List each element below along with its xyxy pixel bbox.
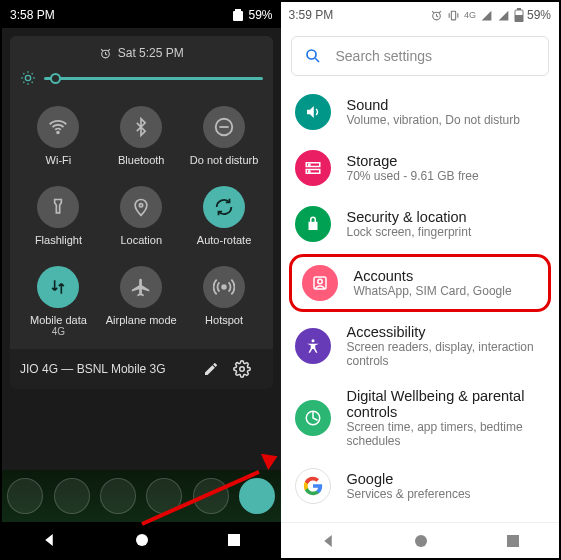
svg-rect-15 [515,15,523,22]
tile-bluetooth[interactable]: Bluetooth [103,100,180,174]
nav-bar [2,522,281,558]
tile-flashlight[interactable]: Flashlight [20,180,97,254]
tile-hotspot[interactable]: Hotspot [186,260,263,345]
dock-bubble [239,478,275,514]
tile-dnd[interactable]: Do not disturb [186,100,263,174]
carrier-label: JIO 4G — BSNL Mobile 3G [20,362,166,376]
accessibility-icon [295,328,331,364]
battery-icon [232,8,244,22]
svg-rect-1 [233,11,243,21]
settings-screen: 3:59 PM 4G 59% Search settings SoundVolu… [281,2,560,558]
vibrate-icon [447,9,460,22]
item-title: Accessibility [347,324,546,340]
brightness-slider[interactable] [20,70,263,86]
item-sub: Services & preferences [347,487,471,501]
item-title: Accounts [354,268,512,284]
svg-point-8 [239,367,244,372]
tile-sublabel: 4G [52,326,65,337]
tile-label: Flashlight [35,234,82,246]
status-time: 3:58 PM [10,8,55,22]
tile-airplane[interactable]: Airplane mode [103,260,180,345]
item-sub: 70% used - 9.61 GB free [347,169,479,183]
dock-bubble [100,478,136,514]
alarm-icon [99,47,112,60]
nav-home[interactable] [134,532,150,548]
settings-button[interactable] [233,360,263,378]
status-bar: 3:59 PM 4G 59% [281,2,560,28]
quick-settings-panel: Sat 5:25 PM Wi-Fi Bluetooth [10,36,273,349]
settings-item-accessibility[interactable]: AccessibilityScreen readers, display, in… [281,314,560,378]
tile-label: Location [120,234,162,246]
settings-item-sound[interactable]: SoundVolume, vibration, Do not disturb [281,84,560,140]
item-title: Security & location [347,209,472,225]
item-sub: Screen readers, display, interaction con… [347,340,546,368]
status-bar: 3:58 PM 59% [2,2,281,28]
nav-bar [281,522,560,558]
qs-header: Sat 5:25 PM [20,46,263,60]
nav-recents[interactable] [226,532,242,548]
svg-point-9 [136,534,148,546]
tile-wifi[interactable]: Wi-Fi [20,100,97,174]
item-title: Sound [347,97,520,113]
tile-label: Do not disturb [190,154,258,166]
svg-point-22 [317,279,322,284]
tile-label: Mobile data [30,314,87,326]
status-battery-pct: 59% [527,8,551,22]
svg-rect-29 [507,535,519,547]
quick-settings-screen: 3:58 PM 59% Sat 5:25 PM [2,2,281,558]
svg-point-3 [25,75,30,80]
svg-point-7 [222,285,226,289]
tile-mobile-data[interactable]: Mobile data 4G [20,260,97,345]
nav-back[interactable] [319,532,337,550]
nav-recents[interactable] [505,533,521,549]
settings-list: SoundVolume, vibration, Do not disturb S… [281,84,560,558]
tile-autorotate[interactable]: Auto-rotate [186,180,263,254]
svg-point-19 [308,164,310,166]
dock-bubble [193,478,229,514]
qs-tiles-grid: Wi-Fi Bluetooth Do not disturb Flashligh… [20,100,263,345]
svg-point-4 [57,132,59,134]
alarm-icon [430,9,443,22]
settings-item-storage[interactable]: Storage70% used - 9.61 GB free [281,140,560,196]
svg-rect-10 [228,534,240,546]
item-sub: WhatsApp, SIM Card, Google [354,284,512,298]
svg-point-20 [308,171,310,173]
item-sub: Lock screen, fingerprint [347,225,472,239]
qs-time-label: Sat 5:25 PM [118,46,184,60]
signal-icon [497,9,510,22]
status-time: 3:59 PM [289,8,334,22]
brightness-icon [20,70,36,86]
search-settings-input[interactable]: Search settings [291,36,550,76]
signal-icon [480,9,493,22]
item-title: Google [347,471,471,487]
svg-point-6 [140,204,143,207]
edit-tiles-button[interactable] [203,361,233,377]
status-battery-pct: 59% [248,8,272,22]
item-sub: Screen time, app timers, bedtime schedul… [347,420,546,448]
wellbeing-icon [295,400,331,436]
search-placeholder: Search settings [336,48,433,64]
settings-item-accounts[interactable]: AccountsWhatsApp, SIM Card, Google [289,254,552,312]
signal-4g-label: 4G [464,10,476,20]
svg-point-23 [311,339,314,342]
battery-icon [514,8,524,22]
tile-location[interactable]: Location [103,180,180,254]
accounts-icon [302,265,338,301]
svg-point-16 [307,50,316,59]
home-dock-background [2,470,281,522]
nav-home[interactable] [413,533,429,549]
item-sub: Volume, vibration, Do not disturb [347,113,520,127]
svg-rect-12 [451,11,455,20]
tile-label: Wi-Fi [46,154,72,166]
dock-bubble [7,478,43,514]
nav-back[interactable] [40,531,58,549]
settings-item-google[interactable]: GoogleServices & preferences [281,458,560,514]
sound-icon [295,94,331,130]
lock-icon [295,206,331,242]
dock-bubble [146,478,182,514]
svg-rect-0 [235,9,241,11]
storage-icon [295,150,331,186]
settings-item-wellbeing[interactable]: Digital Wellbeing & parental controlsScr… [281,378,560,458]
dock-bubble [54,478,90,514]
settings-item-security[interactable]: Security & locationLock screen, fingerpr… [281,196,560,252]
